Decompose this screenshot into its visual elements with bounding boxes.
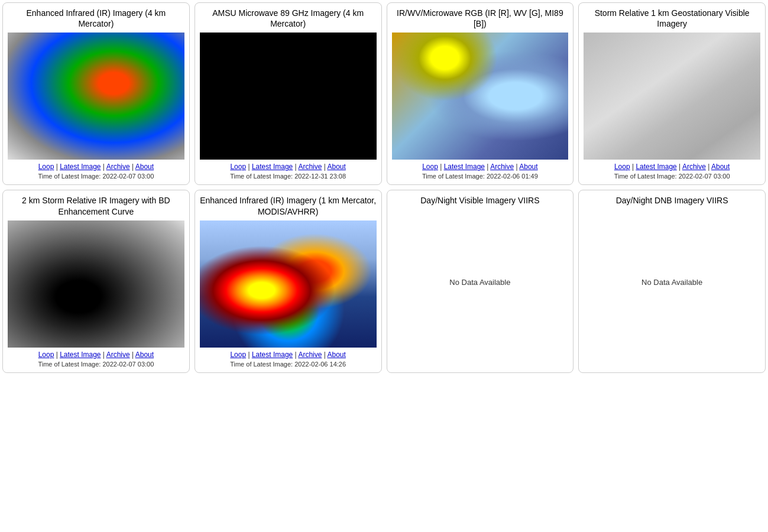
card-stormrel2km-links: Loop | Latest Image | Archive | About (38, 351, 154, 359)
card-amsu-time: Time of Latest Image: 2022-12-31 23:08 (230, 173, 346, 180)
card-stormrel2km-loop-link[interactable]: Loop (38, 351, 54, 359)
card-daynight-vis-image: No Data Available (392, 210, 569, 337)
card-ir4km-title: Enhanced Infrared (IR) Imagery (4 km Mer… (8, 8, 184, 29)
card-rgb-image (392, 33, 569, 160)
card-vis1km-links: Loop | Latest Image | Archive | About (614, 163, 730, 171)
card-ir4km: Enhanced Infrared (IR) Imagery (4 km Mer… (2, 2, 190, 185)
separator: | (485, 163, 490, 171)
card-vis1km-time: Time of Latest Image: 2022-02-07 03:00 (614, 173, 730, 180)
card-daynight-dnb-image: No Data Available (584, 210, 760, 337)
card-amsu-title: AMSU Microwave 89 GHz Imagery (4 km Merc… (200, 8, 377, 29)
card-ir1km-time: Time of Latest Image: 2022-02-06 14:26 (230, 361, 346, 368)
separator: | (54, 351, 60, 359)
separator: | (130, 163, 135, 171)
card-daynight-vis-title: Day/Night Visible Imagery VIIRS (420, 195, 539, 206)
card-ir1km-about-link[interactable]: About (328, 351, 346, 359)
card-rgb-links: Loop | Latest Image | Archive | About (422, 163, 538, 171)
card-vis1km-about-link[interactable]: About (711, 163, 730, 171)
card-vis1km-image (584, 33, 760, 160)
card-amsu-links: Loop | Latest Image | Archive | About (230, 163, 346, 171)
card-ir4km-time: Time of Latest Image: 2022-02-07 03:00 (38, 173, 154, 180)
separator: | (101, 163, 106, 171)
separator: | (130, 351, 135, 359)
card-amsu-latest-image-link[interactable]: Latest Image (252, 163, 293, 171)
card-vis1km-title: Storm Relative 1 km Geostationary Visibl… (584, 8, 760, 29)
separator: | (101, 351, 106, 359)
separator: | (293, 163, 298, 171)
card-stormrel2km-latest-image-link[interactable]: Latest Image (60, 351, 101, 359)
separator: | (322, 163, 327, 171)
card-ir4km-archive-link[interactable]: Archive (106, 163, 130, 171)
separator: | (514, 163, 519, 171)
card-daynight-dnb-title: Day/Night DNB Imagery VIIRS (616, 195, 728, 206)
card-ir1km-latest-image-link[interactable]: Latest Image (252, 351, 293, 359)
card-rgb-time: Time of Latest Image: 2022-02-06 01:49 (422, 173, 538, 180)
card-vis1km-loop-link[interactable]: Loop (614, 163, 630, 171)
card-amsu-archive-link[interactable]: Archive (298, 163, 322, 171)
separator: | (322, 351, 327, 359)
image-grid: Enhanced Infrared (IR) Imagery (4 km Mer… (0, 0, 768, 375)
separator: | (706, 163, 711, 171)
card-ir1km: Enhanced Infrared (IR) Imagery (1 km Mer… (195, 190, 382, 372)
card-stormrel2km-time: Time of Latest Image: 2022-02-07 03:00 (38, 361, 154, 368)
card-stormrel2km-about-link[interactable]: About (135, 351, 154, 359)
card-rgb-loop-link[interactable]: Loop (422, 163, 438, 171)
card-amsu: AMSU Microwave 89 GHz Imagery (4 km Merc… (195, 2, 382, 185)
card-daynight-vis-no-data: No Data Available (449, 278, 510, 287)
card-daynight-dnb: Day/Night DNB Imagery VIIRSNo Data Avail… (578, 190, 766, 372)
card-ir1km-title: Enhanced Infrared (IR) Imagery (1 km Mer… (200, 195, 377, 216)
card-vis1km-latest-image-link[interactable]: Latest Image (636, 163, 676, 171)
card-ir4km-image (8, 33, 184, 160)
card-ir4km-latest-image-link[interactable]: Latest Image (60, 163, 101, 171)
card-stormrel2km-image (8, 220, 184, 348)
separator: | (246, 351, 252, 359)
card-ir1km-loop-link[interactable]: Loop (230, 351, 246, 359)
card-ir1km-image (200, 220, 377, 348)
card-rgb-archive-link[interactable]: Archive (490, 163, 514, 171)
card-amsu-loop-link[interactable]: Loop (230, 163, 246, 171)
card-amsu-image (200, 33, 377, 160)
card-rgb-about-link[interactable]: About (519, 163, 537, 171)
card-stormrel2km: 2 km Storm Relative IR Imagery with BD E… (2, 190, 190, 372)
card-ir1km-archive-link[interactable]: Archive (298, 351, 322, 359)
card-ir4km-about-link[interactable]: About (135, 163, 154, 171)
separator: | (54, 163, 60, 171)
card-ir1km-links: Loop | Latest Image | Archive | About (230, 351, 346, 359)
card-ir4km-links: Loop | Latest Image | Archive | About (38, 163, 154, 171)
card-rgb-latest-image-link[interactable]: Latest Image (444, 163, 485, 171)
card-stormrel2km-title: 2 km Storm Relative IR Imagery with BD E… (8, 195, 184, 216)
card-amsu-about-link[interactable]: About (328, 163, 346, 171)
separator: | (677, 163, 682, 171)
separator: | (438, 163, 444, 171)
card-ir4km-loop-link[interactable]: Loop (38, 163, 54, 171)
card-rgb-title: IR/WV/Microwave RGB (IR [R], WV [G], MI8… (392, 8, 569, 29)
separator: | (293, 351, 298, 359)
card-rgb: IR/WV/Microwave RGB (IR [R], WV [G], MI8… (387, 2, 574, 185)
card-vis1km-archive-link[interactable]: Archive (682, 163, 706, 171)
card-stormrel2km-archive-link[interactable]: Archive (106, 351, 130, 359)
card-daynight-dnb-no-data: No Data Available (641, 278, 702, 287)
card-daynight-vis: Day/Night Visible Imagery VIIRSNo Data A… (387, 190, 574, 372)
separator: | (630, 163, 636, 171)
separator: | (246, 163, 252, 171)
card-vis1km: Storm Relative 1 km Geostationary Visibl… (578, 2, 766, 185)
